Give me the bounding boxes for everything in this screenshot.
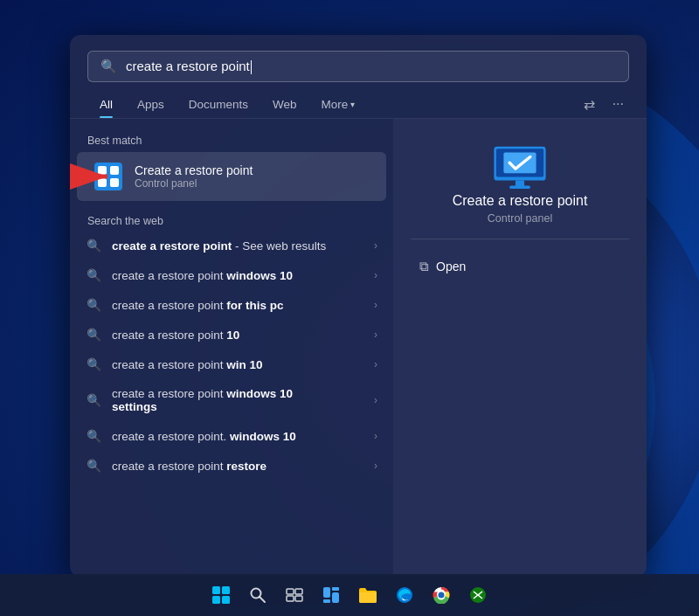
chevron-right-icon: › — [374, 299, 377, 311]
svg-rect-13 — [222, 586, 230, 594]
search-icon: 🔍 — [86, 393, 101, 407]
web-search-item[interactable]: 🔍 create a restore point win 10 › — [70, 350, 393, 379]
search-icon: 🔍 — [86, 298, 101, 312]
more-options-icon[interactable]: ··· — [607, 93, 629, 116]
svg-rect-24 — [323, 599, 330, 603]
share-icon[interactable]: ⇄ — [578, 93, 600, 116]
right-app-title: Create a restore point — [453, 193, 588, 209]
open-button[interactable]: ⧉ Open — [411, 253, 629, 280]
start-menu: 🔍 create a restore point All Apps Docume… — [70, 35, 647, 577]
svg-rect-21 — [295, 596, 302, 601]
web-search-item[interactable]: 🔍 create a restore point restore › — [70, 451, 393, 481]
chevron-right-icon: › — [374, 430, 377, 442]
svg-line-17 — [260, 597, 265, 602]
search-icon: 🔍 — [86, 328, 101, 342]
svg-rect-15 — [222, 596, 230, 604]
web-search-item[interactable]: 🔍 create a restore point - See web resul… — [70, 231, 393, 260]
svg-rect-18 — [287, 589, 294, 594]
tabs-bar: All Apps Documents Web More ▾ ⇄ ··· — [70, 91, 647, 119]
taskbar — [0, 574, 699, 616]
search-icon: 🔍 — [86, 357, 101, 371]
widgets-button[interactable] — [315, 579, 347, 611]
svg-rect-20 — [287, 596, 294, 601]
svg-rect-11 — [509, 186, 530, 189]
left-panel: Best match — [70, 119, 393, 577]
tab-apps[interactable]: Apps — [125, 91, 176, 118]
chevron-right-icon: › — [374, 358, 377, 370]
chevron-right-icon: › — [374, 460, 377, 472]
right-panel: Create a restore point Control panel ⧉ O… — [393, 119, 647, 577]
app-icon — [489, 145, 550, 193]
svg-rect-22 — [323, 587, 330, 598]
search-input-value: create a restore point — [126, 59, 616, 74]
svg-rect-19 — [295, 589, 302, 594]
svg-point-28 — [439, 592, 445, 599]
web-item-text: create a restore point - See web results — [112, 239, 363, 253]
web-search-item[interactable]: 🔍 create a restore point windows 10setti… — [70, 379, 393, 421]
windows-start-button[interactable] — [205, 579, 237, 611]
web-search-item[interactable]: 🔍 create a restore point for this pc › — [70, 290, 393, 320]
chevron-right-icon: › — [374, 239, 377, 252]
web-item-text: create a restore point windows 10 — [112, 269, 363, 282]
search-icon: 🔍 — [86, 429, 101, 443]
tab-all[interactable]: All — [87, 91, 125, 118]
search-icon: 🔍 — [86, 239, 101, 253]
web-search-label: Search the web — [70, 208, 393, 231]
search-icon: 🔍 — [100, 59, 117, 74]
chevron-right-icon: › — [374, 269, 377, 281]
tab-documents[interactable]: Documents — [176, 91, 260, 118]
web-item-text: create a restore point windows 10setting… — [112, 387, 363, 413]
web-search-item[interactable]: 🔍 create a restore point. windows 10 › — [70, 421, 393, 451]
web-item-text: create a restore point. windows 10 — [112, 430, 363, 443]
chevron-right-icon: › — [374, 329, 377, 341]
best-match-text: Create a restore point Control panel — [135, 163, 253, 190]
svg-rect-4 — [110, 166, 119, 175]
svg-rect-25 — [332, 587, 339, 591]
svg-rect-14 — [212, 596, 220, 604]
task-view-button[interactable] — [279, 579, 310, 611]
xbox-button[interactable] — [462, 579, 494, 611]
best-match-label: Best match — [70, 128, 393, 150]
web-search-item[interactable]: 🔍 create a restore point 10 › — [70, 320, 393, 350]
control-panel-icon — [93, 161, 124, 192]
svg-rect-12 — [212, 586, 220, 594]
chrome-button[interactable] — [426, 579, 457, 611]
web-search-item[interactable]: 🔍 create a restore point windows 10 › — [70, 260, 393, 290]
web-item-text: create a restore point win 10 — [112, 358, 363, 371]
divider — [411, 239, 629, 239]
open-external-icon: ⧉ — [419, 259, 429, 274]
svg-rect-5 — [98, 178, 107, 187]
open-label: Open — [436, 260, 466, 273]
tab-more[interactable]: More ▾ — [309, 91, 368, 118]
search-icon: 🔍 — [86, 459, 101, 473]
tab-web[interactable]: Web — [260, 91, 309, 118]
svg-rect-23 — [332, 592, 339, 603]
svg-rect-10 — [516, 181, 524, 187]
edge-browser-button[interactable] — [389, 579, 420, 611]
tab-actions: ⇄ ··· — [578, 93, 629, 116]
chevron-right-icon: › — [374, 394, 377, 406]
file-explorer-button[interactable] — [352, 579, 384, 611]
chevron-down-icon: ▾ — [350, 100, 355, 109]
search-icon: 🔍 — [86, 268, 101, 282]
taskbar-search[interactable] — [242, 579, 273, 611]
svg-rect-6 — [110, 178, 119, 187]
web-item-text: create a restore point for this pc — [112, 299, 363, 312]
web-item-text: create a restore point restore — [112, 460, 363, 473]
right-app-subtitle: Control panel — [488, 212, 552, 225]
search-bar[interactable]: 🔍 create a restore point — [87, 51, 629, 82]
web-item-text: create a restore point 10 — [112, 329, 363, 342]
content-area: Best match — [70, 119, 647, 577]
best-match-item[interactable]: Create a restore point Control panel — [77, 152, 386, 201]
svg-rect-3 — [98, 166, 107, 175]
